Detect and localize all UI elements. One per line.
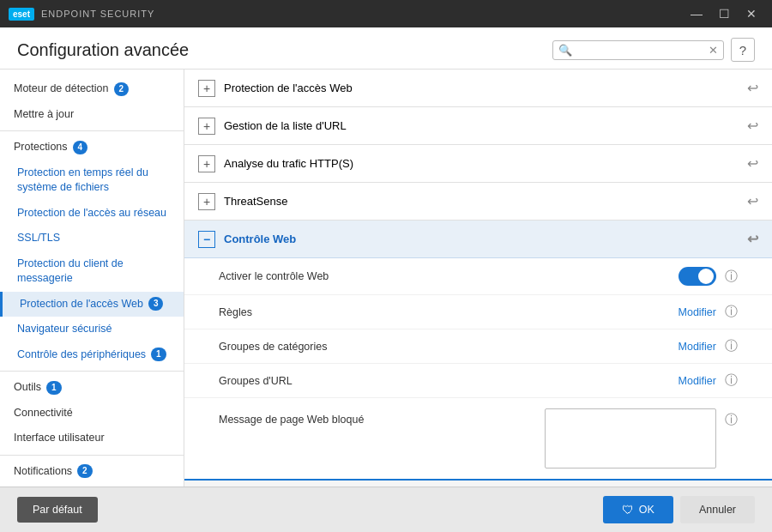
content-area: + Protection de l'accès Web ↩ + Gestion … [184, 70, 772, 487]
sidebar-label: Protection de l'accès Web [20, 297, 143, 312]
help-button[interactable]: ? [731, 38, 755, 62]
reset-icon-gestion-url[interactable]: ↩ [747, 118, 758, 134]
sidebar-label: Protection en temps réel du système de f… [17, 166, 170, 196]
sidebar-divider-2 [0, 371, 184, 372]
badge-notifications: 2 [77, 464, 93, 478]
cancel-button[interactable]: Annuler [680, 496, 755, 523]
sidebar-item-mettre-a-jour[interactable]: Mettre à jour [0, 102, 184, 128]
modifier-link-groupes-url[interactable]: Modifier [648, 375, 716, 387]
expand-icon-controle-web: − [198, 231, 215, 248]
expand-icon-analyse-trafic: + [198, 155, 215, 172]
sidebar-label: Protection de l'accès au réseau [17, 206, 166, 221]
info-icon-blocked-msg[interactable]: ⓘ [725, 412, 738, 428]
blocked-msg-row: Message de page Web bloqué ⓘ [184, 398, 772, 479]
reset-icon-protection-acces-web[interactable]: ↩ [747, 80, 758, 96]
close-button[interactable]: ✕ [739, 5, 763, 22]
setting-control-activer-controle-web: ⓘ [679, 267, 738, 286]
expand-icon-protection-acces-web: + [198, 80, 215, 97]
sidebar-label: Interface utilisateur [14, 431, 105, 446]
reset-icon-threatsense[interactable]: ↩ [747, 193, 758, 209]
page-title: Configuration avancée [17, 40, 189, 60]
sidebar-item-protection-acces-reseau[interactable]: Protection de l'accès au réseau [0, 201, 184, 227]
info-icon-groupes-url[interactable]: ⓘ [725, 372, 738, 389]
badge-acces-web: 3 [148, 297, 164, 311]
section-label-gestion-url: Gestion de la liste d'URL [224, 119, 747, 132]
section-row-controle-web[interactable]: − Contrôle Web ↩ [184, 221, 772, 258]
section-label-analyse-trafic: Analyse du trafic HTTP(S) [224, 157, 747, 170]
search-icon: 🔍 [558, 44, 572, 57]
sidebar-label: Navigateur sécurisé [17, 322, 112, 337]
sidebar-item-outils[interactable]: Outils 1 [0, 375, 184, 401]
info-icon-groupes-categories[interactable]: ⓘ [725, 338, 738, 354]
sidebar-label: Contrôle des périphériques [17, 348, 146, 363]
setting-label-activer-controle-web: Activer le contrôle Web [219, 270, 679, 282]
section-row-analyse-trafic[interactable]: + Analyse du trafic HTTP(S) ↩ [184, 145, 772, 183]
title-bar-controls: ― ☐ ✕ [685, 5, 763, 22]
title-bar-left: eset ENDPOINT SECURITY [9, 8, 154, 21]
minimize-button[interactable]: ― [685, 5, 709, 22]
sidebar-label: Connectivité [14, 406, 73, 421]
badge-peripheriques: 1 [151, 348, 166, 361]
setting-row-groupes-categories: Groupes de catégories Modifier ⓘ [184, 329, 772, 364]
search-input[interactable] [576, 44, 709, 56]
reset-icon-controle-web[interactable]: ↩ [747, 231, 758, 247]
sidebar-divider-3 [0, 455, 184, 456]
sidebar-label: Protection du client de messagerie [17, 257, 170, 287]
toggle-activer-controle-web[interactable] [679, 267, 716, 286]
modifier-link-regles[interactable]: Modifier [648, 306, 716, 318]
sidebar-item-notifications[interactable]: Notifications 2 [0, 459, 184, 485]
app-content: Configuration avancée 🔍 ✕ ? Moteur de dé… [0, 27, 772, 532]
blocked-msg-label: Message de page Web bloqué [219, 408, 536, 426]
restore-button[interactable]: ☐ [712, 5, 736, 22]
setting-label-regles: Règles [219, 306, 648, 318]
sidebar-label: Mettre à jour [14, 107, 74, 123]
eset-logo: eset [9, 8, 34, 21]
sidebar-item-protections[interactable]: Protections 4 [0, 135, 184, 160]
sidebar-item-connectivite[interactable]: Connectivité [0, 401, 184, 426]
sidebar-item-protection-acces-web[interactable]: Protection de l'accès Web 3 [0, 292, 184, 317]
ok-icon: 🛡 [622, 503, 634, 517]
par-defaut-button[interactable]: Par défaut [17, 497, 98, 523]
sidebar-item-navigateur-securise[interactable]: Navigateur sécurisé [0, 317, 184, 342]
setting-row-activer-controle-web: Activer le contrôle Web ⓘ [184, 258, 772, 295]
action-buttons: 🛡 OK Annuler [603, 496, 755, 523]
section-row-gestion-url[interactable]: + Gestion de la liste d'URL ↩ [184, 107, 772, 145]
setting-control-groupes-url: Modifier ⓘ [648, 372, 738, 389]
clear-icon[interactable]: ✕ [709, 44, 718, 57]
sidebar-item-moteur-detection[interactable]: Moteur de détection 2 [0, 76, 184, 102]
setting-control-regles: Modifier ⓘ [648, 304, 738, 320]
setting-label-groupes-url: Groupes d'URL [219, 375, 648, 387]
sidebar-item-ssl-tls[interactable]: SSL/TLS [0, 226, 184, 251]
sidebar-item-interface-utilisateur[interactable]: Interface utilisateur [0, 426, 184, 451]
sidebar-label: Outils [14, 380, 41, 396]
badge-protections: 4 [73, 141, 88, 154]
section-label-protection-acces-web: Protection de l'accès Web [224, 82, 747, 94]
section-label-controle-web: Contrôle Web [224, 233, 747, 245]
section-content-controle-web: Activer le contrôle Web ⓘ Règles Modifie… [184, 258, 772, 481]
modifier-link-groupes-categories[interactable]: Modifier [648, 341, 716, 353]
setting-row-regles: Règles Modifier ⓘ [184, 295, 772, 329]
expand-icon-threatsense: + [198, 193, 215, 210]
sidebar-label: Notifications [14, 464, 72, 480]
sidebar-divider [0, 130, 184, 131]
title-bar: eset ENDPOINT SECURITY ― ☐ ✕ [0, 0, 772, 27]
sidebar-item-protection-temps-reel[interactable]: Protection en temps réel du système de f… [0, 160, 184, 201]
info-icon-regles[interactable]: ⓘ [725, 304, 738, 320]
reset-icon-analyse-trafic[interactable]: ↩ [747, 155, 758, 172]
section-row-protection-acces-web[interactable]: + Protection de l'accès Web ↩ [184, 70, 772, 107]
section-row-threatsense[interactable]: + ThreatSense ↩ [184, 183, 772, 221]
setting-control-groupes-categories: Modifier ⓘ [648, 338, 738, 354]
app-name: ENDPOINT SECURITY [41, 9, 154, 19]
sidebar-item-protection-client-messagerie[interactable]: Protection du client de messagerie [0, 251, 184, 292]
header-right: 🔍 ✕ ? [552, 38, 755, 62]
main-layout: Moteur de détection 2 Mettre à jour Prot… [0, 70, 772, 487]
section-label-threatsense: ThreatSense [224, 195, 747, 208]
info-icon-activer-controle-web[interactable]: ⓘ [725, 269, 738, 285]
badge-outils: 1 [46, 381, 62, 395]
sidebar-label: SSL/TLS [17, 231, 60, 246]
sidebar-item-controle-peripheriques[interactable]: Contrôle des périphériques 1 [0, 342, 184, 368]
ok-button[interactable]: 🛡 OK [603, 496, 673, 523]
sidebar-label: Protections [14, 140, 68, 155]
ok-label: OK [639, 504, 654, 516]
blocked-msg-textarea[interactable] [545, 408, 716, 469]
